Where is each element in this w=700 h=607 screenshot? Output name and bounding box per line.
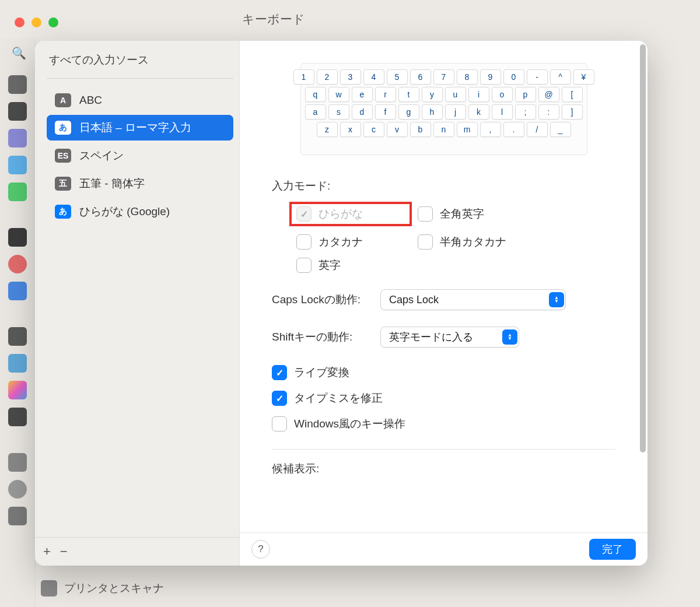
shift-key-label: Shiftキーの動作: (272, 329, 371, 345)
keyboard-key: : (538, 104, 559, 120)
input-mode-hiragana-highlight: ひらがな (289, 202, 412, 226)
keyboard-key: 0 (503, 69, 524, 85)
keyboard-key: [ (562, 87, 583, 102)
shift-key-select[interactable]: 英字モードに入る (380, 327, 519, 348)
eiji-label: 英字 (318, 258, 341, 273)
keyboard-key: , (480, 122, 501, 137)
hiragana-label: ひらがな (318, 206, 363, 222)
source-label: 日本語 – ローマ字入力 (79, 120, 191, 135)
sidebar-icon[interactable] (8, 102, 27, 121)
katakana-checkbox[interactable] (296, 234, 312, 250)
sheet-sidebar-footer: + − (35, 537, 239, 566)
zoom-dot[interactable] (48, 17, 58, 27)
keyboard-key: / (527, 122, 548, 137)
divider (272, 449, 615, 450)
done-button[interactable]: 完了 (589, 539, 636, 560)
keyboard-key: 2 (317, 69, 338, 85)
windows-style-label: Windows風のキー操作 (294, 416, 405, 431)
zenkaku-label: 全角英字 (440, 206, 484, 222)
sidebar-icon[interactable] (8, 228, 27, 247)
sidebar-icon[interactable] (8, 75, 27, 94)
live-conversion-checkbox[interactable] (272, 365, 287, 380)
keyboard-key: 9 (480, 69, 501, 85)
chevron-updown-icon (549, 292, 564, 307)
shift-key-row: Shiftキーの動作: 英字モードに入る (272, 327, 615, 348)
keyboard-key: f (375, 104, 396, 120)
keyboard-key: z (317, 122, 338, 137)
bg-bottom-item[interactable]: プリンタとスキャナ (41, 580, 164, 597)
keyboard-key: s (328, 104, 349, 120)
keyboard-key: 4 (363, 69, 384, 85)
bg-window-title: キーボード (242, 11, 305, 27)
keyboard-key: t (398, 87, 419, 102)
hankata-checkbox[interactable] (418, 234, 433, 250)
sidebar-icon[interactable] (8, 156, 27, 174)
keyboard-key: j (445, 104, 466, 120)
sidebar-icon[interactable] (8, 255, 27, 273)
caps-lock-select[interactable]: Caps Lock (380, 289, 566, 310)
source-item[interactable]: ESスペイン (47, 143, 233, 169)
fix-typo-checkbox[interactable] (272, 391, 287, 406)
sheet-footer: ? 完了 (240, 532, 648, 566)
sidebar-icon[interactable] (8, 453, 27, 472)
source-label: ひらがな (Google) (79, 204, 170, 219)
zenkaku-checkbox[interactable] (418, 206, 433, 222)
minimize-dot[interactable] (32, 17, 41, 27)
windows-style-checkbox[interactable] (272, 416, 287, 431)
keyboard-key: c (363, 122, 384, 137)
keyboard-key: ] (562, 104, 583, 120)
keyboard-key: o (492, 87, 513, 102)
add-source-button[interactable]: + (43, 544, 51, 559)
sidebar-icon[interactable] (8, 282, 27, 300)
keyboard-key: 3 (340, 69, 361, 85)
sidebar-icon[interactable] (8, 129, 27, 148)
sidebar-icon[interactable] (8, 327, 27, 346)
sidebar-icon[interactable] (8, 183, 27, 201)
keyboard-key: ; (515, 104, 536, 120)
bg-sidebar: 🔍 (0, 38, 36, 607)
keyboard-key: v (387, 122, 408, 137)
chevron-updown-icon (502, 329, 517, 345)
hankata-label: 半角カタカナ (440, 234, 506, 250)
keyboard-key: 6 (410, 69, 431, 85)
close-dot[interactable] (15, 17, 24, 27)
sidebar-icon[interactable] (8, 480, 27, 499)
sidebar-icon[interactable] (8, 507, 27, 525)
source-item[interactable]: あひらがな (Google) (47, 199, 233, 224)
keyboard-key: k (468, 104, 489, 120)
keyboard-key: i (468, 87, 489, 102)
search-icon[interactable]: 🔍 (12, 46, 26, 60)
source-label: ABC (79, 94, 102, 107)
keyboard-key: - (527, 69, 548, 85)
scrollbar[interactable] (640, 44, 646, 452)
keyboard-key: 8 (457, 69, 478, 85)
keyboard-key: w (328, 87, 349, 102)
caps-lock-row: Caps Lockの動作: Caps Lock (272, 289, 615, 310)
input-mode-label: 入力モード: (272, 178, 615, 194)
keyboard-key: b (410, 122, 431, 137)
sidebar-icon[interactable] (8, 354, 27, 373)
keyboard-key: a (305, 104, 326, 120)
keyboard-key: d (352, 104, 373, 120)
eiji-checkbox[interactable] (296, 258, 312, 273)
remove-source-button[interactable]: − (60, 544, 68, 559)
keyboard-key: h (422, 104, 443, 120)
help-button[interactable]: ? (251, 540, 270, 559)
source-badge: 五 (55, 177, 71, 191)
source-badge: あ (55, 121, 71, 135)
source-item[interactable]: あ日本語 – ローマ字入力 (47, 115, 233, 141)
source-label: スペイン (79, 148, 124, 163)
keyboard-key: p (515, 87, 536, 102)
katakana-label: カタカナ (318, 234, 363, 250)
keyboard-key: 1 (293, 69, 314, 85)
input-mode-grid: ひらがな 全角英字 カタカナ 半角カタカナ (289, 202, 615, 273)
keyboard-key: g (398, 104, 419, 120)
candidate-label: 候補表示: (272, 461, 615, 476)
source-badge: あ (55, 205, 71, 219)
source-item[interactable]: 五五筆 - 簡体字 (47, 171, 233, 197)
sidebar-icon[interactable] (8, 381, 27, 399)
sidebar-icon[interactable] (8, 408, 27, 426)
source-item[interactable]: AABC (47, 88, 233, 113)
source-badge: A (55, 93, 71, 107)
hiragana-checkbox (296, 206, 312, 222)
